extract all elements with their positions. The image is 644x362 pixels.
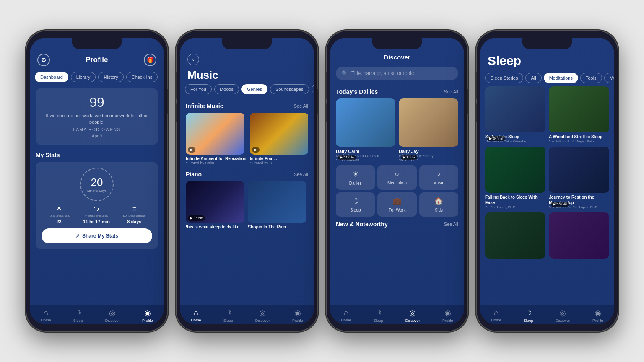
infinite-music-see-all[interactable]: See All	[294, 103, 308, 109]
discover-nav-discover[interactable]: ◎ Discover	[405, 308, 420, 323]
discover-content: Today's Dailies See All ▶ 11 min	[330, 83, 464, 324]
tab-dashboard[interactable]: Dashboard	[35, 72, 68, 82]
piano-see-all[interactable]: See All	[294, 172, 308, 177]
infinite-music-cards: ▶ Infinite Ambient for Relaxation Curate…	[186, 113, 308, 167]
profile-icon: ◉	[595, 308, 601, 318]
nav-profile[interactable]: ◉ Profile	[142, 308, 153, 323]
cat-sleep[interactable]: ☽ Sleep	[336, 192, 375, 217]
journey-duration: ▶ 30 min	[551, 202, 569, 207]
daily-card-calm[interactable]: ▶ 11 min Daily Calm Meditation • Tamara …	[336, 98, 395, 162]
nav-home-label: Home	[491, 318, 501, 322]
tab-tools[interactable]: Tools	[580, 73, 602, 83]
new-noteworthy-title: New & Noteworthy	[336, 221, 388, 228]
dailies-header: Today's Dailies See All	[336, 88, 458, 95]
sleep-content: ▶ 34 min Soften Into Sleep Meditation • …	[480, 85, 614, 324]
chopin-card-img	[248, 181, 306, 223]
phone4-sleep: Sleep Sleep Stories All Meditations Tool…	[476, 30, 618, 332]
daily-cards: ▶ 11 min Daily Calm Meditation • Tamara …	[336, 98, 458, 162]
sleep-tabs: Sleep Stories All Meditations Tools Musi…	[480, 71, 614, 85]
daily-jay-img: ▶ 8 min	[399, 98, 458, 147]
nav-discover[interactable]: ◎ Discover	[105, 308, 120, 323]
sleep-card-journey[interactable]: ▶ 30 min Journey to Rest on the Mountain…	[549, 147, 609, 209]
piano-card-chopin[interactable]: Chopin In The Rain	[248, 181, 306, 229]
profile-bottom-nav: ⌂ Home ☽ Sleep ◎ Discover ◉	[30, 305, 164, 324]
tab-all[interactable]: All	[525, 73, 541, 83]
share-my-stats-button[interactable]: ↗ Share My Stats	[42, 228, 152, 243]
meditation-icon: ○	[395, 170, 400, 178]
nav-discover-label: Discover	[105, 318, 120, 323]
music-nav-profile[interactable]: ◉ Profile	[292, 308, 303, 323]
gift-icon[interactable]: 🎁	[144, 54, 156, 66]
profile-header: ⚙ Profile 🎁	[30, 50, 164, 70]
piano-card-sleep[interactable]: ▶ 1h 5m this is what sleep feels like	[186, 181, 244, 229]
nav-home-label: Home	[341, 318, 351, 322]
tab-soundscapes[interactable]: Soundscapes	[270, 84, 309, 94]
sleep-card-falling[interactable]: Falling Back to Sleep With Ease Dr. Eric…	[485, 147, 545, 209]
tab-genres[interactable]: Genres	[242, 84, 267, 94]
back-button[interactable]: ‹	[187, 54, 199, 65]
tab-moods[interactable]: Moods	[214, 84, 239, 94]
music-icon: ♪	[437, 170, 441, 178]
tab-history[interactable]: History	[98, 72, 123, 82]
stat-streak-label: Longest Streak	[123, 214, 145, 217]
new-see-all[interactable]: See All	[444, 222, 458, 227]
meditation-label: Meditation	[387, 181, 407, 185]
home-icon: ⌂	[194, 308, 198, 317]
nav-sleep[interactable]: ☽ Sleep	[73, 308, 83, 323]
tab-checkins[interactable]: Check-Ins	[126, 72, 158, 82]
falling-img	[485, 147, 545, 193]
category-grid: ☀ Dailies ○ Meditation ♪ Music	[336, 165, 458, 217]
settings-icon[interactable]: ⚙	[37, 54, 50, 66]
music-nav-sleep[interactable]: ☽ Sleep	[223, 308, 233, 323]
falling-info: Falling Back to Sleep With Ease Dr. Eric…	[485, 194, 545, 209]
todays-dailies-title: Today's Dailies	[336, 88, 378, 95]
search-bar[interactable]: 🔍 Title, narrator, artist, or topic	[336, 67, 458, 80]
sleep-card-5[interactable]	[485, 212, 545, 259]
quote-card: 99 If we don't do our work, we become wo…	[36, 88, 158, 145]
minutes-icon: ⏱	[83, 205, 110, 213]
home-icon: ⌂	[44, 308, 48, 317]
tab-foryou[interactable]: For You	[185, 84, 212, 94]
sleep-card-soften[interactable]: ▶ 34 min Soften Into Sleep Meditation • …	[485, 86, 545, 143]
music-card-ambient[interactable]: ▶ Infinite Ambient for Relaxation Curate…	[186, 113, 247, 165]
sleep-nav-profile[interactable]: ◉ Profile	[592, 308, 603, 323]
discover-nav-profile[interactable]: ◉ Profile	[442, 308, 453, 323]
cat-dailies[interactable]: ☀ Dailies	[336, 165, 375, 190]
dailies-see-all[interactable]: See All	[444, 89, 458, 94]
sleep-nav-home[interactable]: ⌂ Home	[491, 308, 501, 323]
sleep-icon: ☽	[75, 308, 81, 318]
nav-home[interactable]: ⌂ Home	[41, 308, 51, 323]
stat-total-sessions: 👁 Total Sessions 22	[48, 205, 70, 225]
music-card-piano-infinite[interactable]: ▶ Infinite Pian... Curated by C...	[250, 113, 308, 165]
soften-duration: ▶ 34 min	[487, 136, 505, 141]
cat-music[interactable]: ♪ Music	[419, 165, 458, 190]
cat-meditation[interactable]: ○ Meditation	[377, 165, 416, 190]
sleep-card-6[interactable]	[549, 212, 609, 259]
tab-meditations[interactable]: Meditations	[544, 73, 578, 83]
sleep-nav-sleep[interactable]: ☽ Sleep	[524, 308, 533, 323]
music-nav-home[interactable]: ⌂ Home	[191, 308, 201, 323]
daily-card-jay[interactable]: ▶ 8 min Daily Jay Wisdom • Jay Shetty St…	[399, 98, 458, 162]
profile-icon: ◉	[294, 308, 301, 318]
sleep-cat-icon: ☽	[352, 197, 359, 206]
nav-discover-label: Discover	[405, 318, 420, 323]
tab-kids[interactable]: Kids	[312, 84, 314, 94]
sleep-icon: ☽	[225, 308, 231, 318]
search-icon: 🔍	[342, 70, 348, 76]
discover-icon: ◎	[409, 308, 416, 318]
tab-sleep-music[interactable]: Music	[604, 73, 614, 83]
sleep-card-woodland[interactable]: A Woodland Stroll to Sleep Meditation • …	[549, 86, 609, 143]
tab-library[interactable]: Library	[71, 72, 96, 82]
home-icon: ⌂	[344, 308, 348, 317]
discover-nav-home[interactable]: ⌂ Home	[341, 308, 351, 323]
nav-profile-label: Profile	[292, 318, 303, 323]
cat-kids[interactable]: 🏠 Kids	[419, 192, 458, 217]
daily-calm-title: Daily Calm	[336, 149, 395, 154]
discover-bottom-nav: ⌂ Home ☽ Sleep ◎ Discover ◉	[330, 305, 464, 324]
tab-sleep-stories[interactable]: Sleep Stories	[485, 73, 523, 83]
cat-for-work[interactable]: 💼 For Work	[377, 192, 416, 217]
sleep-nav-discover[interactable]: ◎ Discover	[556, 308, 570, 323]
discover-nav-sleep[interactable]: ☽ Sleep	[374, 308, 383, 323]
profile-title: Profile	[86, 56, 108, 64]
music-nav-discover[interactable]: ◎ Discover	[255, 308, 270, 323]
